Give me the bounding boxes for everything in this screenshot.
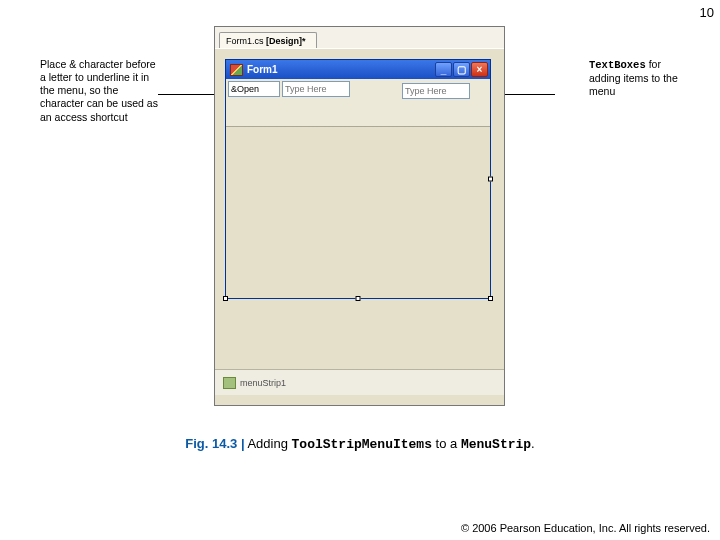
copyright-notice: © 2006 Pearson Education, Inc. All right… [461,522,710,534]
menu-item-input-placeholder-below[interactable] [402,83,470,99]
maximize-button[interactable]: ▢ [453,62,470,77]
form-preview: Form1 _ ▢ × [225,59,491,299]
prev-slide-button[interactable] [654,498,669,514]
close-button[interactable]: × [471,62,488,77]
window-buttons: _ ▢ × [435,62,488,77]
minimize-button[interactable]: _ [435,62,452,77]
tab-label-prefix: Form1.cs [226,36,266,46]
menustrip-icon [223,377,236,389]
figure-number: Fig. 14.3 | [185,436,244,451]
triangle-left-icon [654,498,667,514]
resize-handle-bottom[interactable] [356,296,361,301]
menu-strip[interactable] [226,79,490,127]
form-title: Form1 [247,64,278,75]
slide-page: 10 Place & character before a letter to … [0,0,720,540]
annotation-left: Place & character before a letter to und… [40,58,160,124]
resize-handle-bottom-left[interactable] [223,296,228,301]
next-slide-button[interactable] [675,498,690,514]
document-tab-strip: Form1.cs [Design]* [215,27,504,49]
form-client-area [226,127,490,298]
annotation-right-bold: TextBoxes [589,59,646,71]
resize-handle-right[interactable] [488,177,493,182]
component-name[interactable]: menuStrip1 [240,378,286,388]
slide-nav [654,498,690,514]
document-tab[interactable]: Form1.cs [Design]* [219,32,317,48]
maximize-icon: ▢ [457,65,466,75]
annotation-right: TextBoxes for adding items to the menu [589,58,694,98]
caption-code-1: ToolStripMenuItems [292,437,432,452]
tab-label-suffix: [Design]* [266,36,306,46]
menu-item-input-placeholder-right[interactable] [282,81,350,97]
caption-code-2: MenuStrip [461,437,531,452]
titlebar-left: Form1 [230,64,278,76]
ide-designer-panel: Form1.cs [Design]* Form1 _ ▢ × [214,26,505,406]
component-tray: menuStrip1 [215,369,504,395]
close-icon: × [477,65,483,75]
caption-before: Adding [245,436,292,451]
form-icon [230,64,243,76]
minimize-icon: _ [441,65,447,75]
caption-after: . [531,436,535,451]
triangle-right-icon [675,498,688,514]
page-number: 10 [700,5,714,20]
figure-caption: Fig. 14.3 | Adding ToolStripMenuItems to… [0,436,720,452]
designer-canvas: Form1 _ ▢ × [215,49,504,369]
caption-middle: to a [432,436,461,451]
resize-handle-bottom-right[interactable] [488,296,493,301]
form-titlebar: Form1 _ ▢ × [226,60,490,79]
menu-item-input-active[interactable] [228,81,280,97]
